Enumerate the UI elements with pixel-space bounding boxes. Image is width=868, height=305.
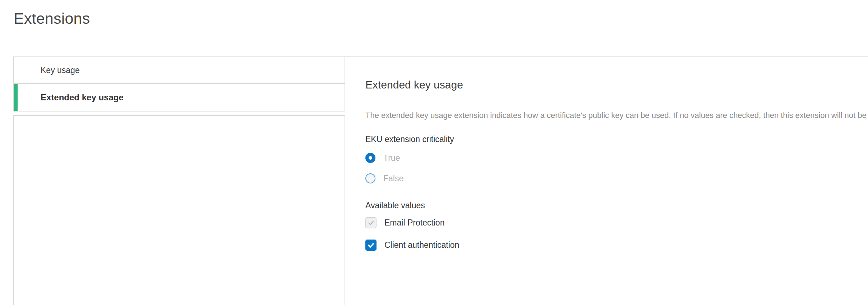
tab-key-usage[interactable]: Key usage [13,56,345,84]
panel-description: The extended key usage extension indicat… [365,111,868,120]
eku-criticality-label: EKU extension criticality [365,135,454,144]
checkbox-client-authentication-label: Client authentication [384,240,459,250]
radio-option-false[interactable]: False [365,173,403,183]
tab-list-panel [13,115,345,305]
radio-true-selected[interactable] [365,153,375,163]
page-title: Extensions [14,10,90,27]
extensions-page: Extensions Key usage Extended key usage … [0,0,868,305]
available-values-label: Available values [365,201,425,210]
panel-heading: Extended key usage [365,79,463,91]
checkbox-client-authentication-checked[interactable] [365,240,377,251]
tab-key-usage-label: Key usage [14,65,80,75]
radio-true-label: True [383,153,400,163]
checkmark-icon [367,241,375,249]
radio-option-true[interactable]: True [365,153,400,163]
radio-false-unselected[interactable] [365,173,375,183]
selected-tab-indicator [14,84,18,111]
checkbox-email-protection-disabled [365,217,377,228]
tab-extended-key-usage-label: Extended key usage [14,92,124,103]
checkbox-option-client-authentication[interactable]: Client authentication [365,240,459,251]
tab-extended-key-usage[interactable]: Extended key usage [13,84,345,111]
checkbox-email-protection-label: Email Protection [384,218,444,228]
checkbox-option-email-protection: Email Protection [365,217,444,228]
radio-false-label: False [383,174,403,183]
checkmark-icon [367,219,375,227]
